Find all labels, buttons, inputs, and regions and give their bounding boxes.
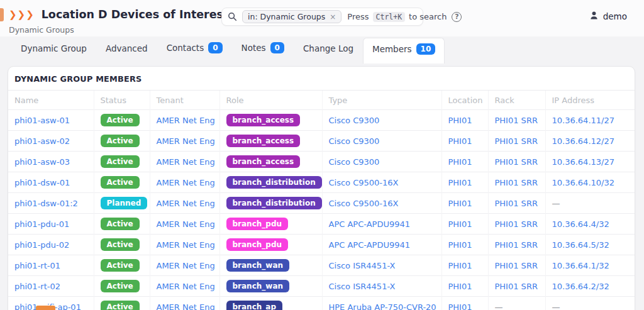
tenant-link[interactable]: AMER Net Eng bbox=[157, 282, 215, 291]
device-type-link[interactable]: HPE Aruba AP-750-CVR-20 bbox=[329, 302, 436, 310]
tenant-link[interactable]: AMER Net Eng bbox=[157, 178, 215, 187]
role-badge[interactable]: branch_pdu bbox=[226, 218, 289, 230]
role-badge[interactable]: branch_access bbox=[226, 155, 301, 168]
device-type-link[interactable]: APC APC-APDU9941 bbox=[329, 219, 411, 229]
device-name-link[interactable]: phi01-asw-03 bbox=[14, 157, 70, 167]
tenant-link[interactable]: AMER Net Eng bbox=[157, 219, 215, 229]
rack-link[interactable]: PHI01 SRR bbox=[495, 219, 538, 229]
tab-label: Change Log bbox=[303, 43, 353, 53]
tenant-link[interactable]: AMER Net Eng bbox=[157, 302, 215, 310]
chip-close-icon[interactable]: × bbox=[330, 13, 336, 21]
rack-link[interactable]: PHI01 SRR bbox=[495, 157, 538, 167]
ip-address-link[interactable]: 10.36.64.5/32 bbox=[552, 240, 609, 250]
device-type-link[interactable]: APC APC-APDU9941 bbox=[329, 240, 411, 250]
device-type-link[interactable]: Cisco C9500-16X bbox=[329, 178, 399, 187]
tab-dynamic-group[interactable]: Dynamic Group bbox=[11, 38, 96, 60]
tenant-link[interactable]: AMER Net Eng bbox=[157, 136, 215, 146]
location-link[interactable]: PHI01 bbox=[448, 199, 472, 208]
location-link[interactable]: PHI01 bbox=[448, 157, 472, 167]
role-badge[interactable]: branch_ap bbox=[226, 301, 283, 310]
device-name-link[interactable]: phi01-rt-01 bbox=[14, 261, 60, 270]
user-name: demo bbox=[603, 11, 627, 21]
rack-link[interactable]: PHI01 SRR bbox=[495, 240, 538, 250]
role-badge[interactable]: branch_access bbox=[226, 135, 301, 147]
search-hint-prefix: Press bbox=[347, 12, 369, 21]
device-name-link[interactable]: phi01-dsw-01:2 bbox=[14, 199, 78, 208]
device-name-link[interactable]: phi01-pdu-01 bbox=[14, 219, 69, 229]
device-type-link[interactable]: Cisco C9300 bbox=[329, 136, 380, 146]
tab-notes[interactable]: Notes0 bbox=[232, 36, 294, 60]
table-body: phi01-asw-01ActiveAMER Net Engbranch_acc… bbox=[8, 110, 635, 310]
tenant-link[interactable]: AMER Net Eng bbox=[157, 157, 215, 167]
tab-change-log[interactable]: Change Log bbox=[294, 38, 363, 60]
rack-link[interactable]: PHI01 SRR bbox=[495, 261, 538, 270]
role-badge[interactable]: branch_distribution bbox=[226, 197, 322, 209]
device-name-link[interactable]: phi01-asw-02 bbox=[14, 136, 70, 146]
location-link[interactable]: PHI01 bbox=[448, 302, 472, 310]
tenant-link[interactable]: AMER Net Eng bbox=[157, 199, 215, 208]
tab-bar: Dynamic GroupAdvancedContacts0Notes0Chan… bbox=[0, 36, 644, 60]
device-type-link[interactable]: Cisco C9500-16X bbox=[329, 199, 399, 208]
role-badge[interactable]: branch_distribution bbox=[226, 176, 322, 189]
status-badge: Active bbox=[101, 135, 140, 147]
empty-dash: — bbox=[552, 302, 560, 310]
location-link[interactable]: PHI01 bbox=[448, 116, 472, 125]
nautobot-logo-icon[interactable]: ❯❯❯ bbox=[9, 9, 35, 20]
device-name-link[interactable]: phi01-pdu-02 bbox=[14, 240, 69, 250]
table-row: phi01-rt-01ActiveAMER Net Engbranch_wanC… bbox=[8, 255, 635, 276]
column-header-name[interactable]: Name bbox=[8, 91, 94, 110]
device-type-link[interactable]: Cisco ISR4451-X bbox=[329, 282, 396, 291]
rack-link[interactable]: PHI01 SRR bbox=[495, 116, 538, 125]
device-type-link[interactable]: Cisco ISR4451-X bbox=[329, 261, 396, 270]
role-badge[interactable]: branch_access bbox=[226, 114, 301, 126]
table-row: phi01-asw-02ActiveAMER Net Engbranch_acc… bbox=[8, 131, 635, 152]
column-header-location[interactable]: Location bbox=[441, 91, 488, 110]
tab-advanced[interactable]: Advanced bbox=[96, 38, 157, 60]
ip-address-link[interactable]: 10.36.64.12/27 bbox=[552, 136, 615, 146]
ip-address-link[interactable]: 10.36.64.10/32 bbox=[552, 178, 615, 187]
location-link[interactable]: PHI01 bbox=[448, 219, 472, 229]
role-badge[interactable]: branch_wan bbox=[226, 259, 290, 272]
column-header-type[interactable]: Type bbox=[322, 91, 441, 110]
device-name-link[interactable]: phi01-asw-01 bbox=[14, 116, 70, 125]
device-type-link[interactable]: Cisco C9300 bbox=[329, 157, 380, 167]
column-header-rack[interactable]: Rack bbox=[488, 91, 545, 110]
bottom-accent-element bbox=[36, 306, 55, 310]
ip-address-link[interactable]: 10.36.64.2/32 bbox=[552, 282, 609, 291]
device-name-link[interactable]: phi01-rt-02 bbox=[14, 282, 60, 291]
location-link[interactable]: PHI01 bbox=[448, 136, 472, 146]
tenant-link[interactable]: AMER Net Eng bbox=[157, 261, 215, 270]
rack-link[interactable]: PHI01 SRR bbox=[495, 178, 538, 187]
ip-address-link[interactable]: 10.36.64.11/27 bbox=[552, 116, 615, 125]
table-row: phi01-asw-01ActiveAMER Net Engbranch_acc… bbox=[8, 110, 635, 131]
tab-contacts[interactable]: Contacts0 bbox=[157, 36, 232, 60]
column-header-tenant[interactable]: Tenant bbox=[150, 91, 219, 110]
device-name-link[interactable]: phi01-dsw-01 bbox=[14, 178, 70, 187]
location-link[interactable]: PHI01 bbox=[448, 261, 472, 270]
location-link[interactable]: PHI01 bbox=[448, 282, 472, 291]
tenant-link[interactable]: AMER Net Eng bbox=[157, 116, 215, 125]
device-type-link[interactable]: Cisco C9300 bbox=[329, 116, 380, 125]
breadcrumb[interactable]: Dynamic Groups bbox=[9, 25, 74, 35]
sidebar-edge-accent[interactable] bbox=[0, 8, 4, 21]
ip-address-link[interactable]: 10.36.64.1/32 bbox=[552, 261, 609, 270]
rack-link[interactable]: PHI01 SRR bbox=[495, 136, 538, 146]
status-badge: Active bbox=[101, 114, 140, 126]
column-header-status[interactable]: Status bbox=[94, 91, 150, 110]
tab-members[interactable]: Members10 bbox=[363, 38, 445, 64]
column-header-ip-address[interactable]: IP Address bbox=[545, 91, 635, 110]
help-icon[interactable]: ? bbox=[452, 12, 462, 22]
tenant-link[interactable]: AMER Net Eng bbox=[157, 240, 215, 250]
location-link[interactable]: PHI01 bbox=[448, 240, 472, 250]
location-link[interactable]: PHI01 bbox=[448, 178, 472, 187]
global-search-input[interactable]: in: Dynamic Groups × Press Ctrl+K to sea… bbox=[221, 8, 423, 26]
rack-link[interactable]: PHI01 SRR bbox=[495, 282, 538, 291]
user-menu[interactable]: demo bbox=[589, 11, 627, 22]
rack-link[interactable]: PHI01 SRR bbox=[495, 199, 538, 208]
ip-address-link[interactable]: 10.36.64.13/27 bbox=[552, 157, 615, 167]
role-badge[interactable]: branch_pdu bbox=[226, 238, 289, 251]
search-filter-chip[interactable]: in: Dynamic Groups × bbox=[242, 10, 341, 23]
column-header-role[interactable]: Role bbox=[219, 91, 322, 110]
ip-address-link[interactable]: 10.36.64.4/32 bbox=[552, 219, 609, 229]
role-badge[interactable]: branch_wan bbox=[226, 280, 290, 292]
